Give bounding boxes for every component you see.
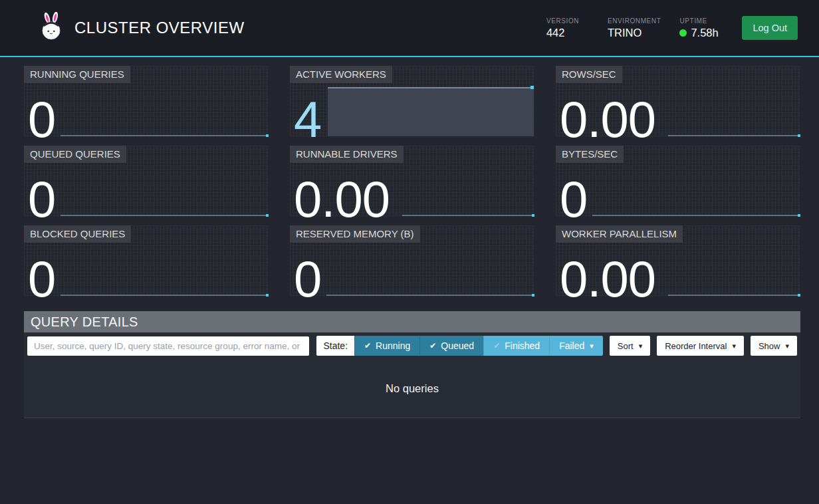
environment-info: ENVIRONMENT TRINO — [608, 17, 661, 39]
sparkline — [326, 295, 534, 296]
sparkline — [668, 135, 800, 136]
sparkline-dot-icon — [532, 294, 534, 297]
uptime-value-wrap: 7.58h — [679, 27, 722, 39]
metric-value: 0 — [560, 174, 587, 225]
filter-queued-button[interactable]: ✔ Queued — [419, 336, 483, 356]
sparkline-dot-icon — [266, 294, 269, 297]
environment-value: TRINO — [608, 27, 661, 39]
metric-value: 0.00 — [560, 254, 655, 305]
metric-value: 0 — [28, 94, 55, 145]
tile-reserved-memory: RESERVED MEMORY (B) 0 — [290, 225, 534, 297]
check-icon: ✔ — [429, 341, 436, 350]
metric-label: RUNNABLE DRIVERS — [290, 146, 404, 163]
uptime-status-dot-icon — [679, 29, 687, 37]
sparkline — [592, 215, 800, 216]
tile-runnable-drivers: RUNNABLE DRIVERS 0.00 — [290, 146, 534, 217]
reorder-interval-label: Reorder Interval — [665, 341, 727, 351]
sparkline-dot-icon — [266, 134, 269, 137]
header-meta: VERSION 442 ENVIRONMENT TRINO UPTIME 7.5… — [546, 17, 723, 39]
query-details-title: QUERY DETAILS — [24, 311, 800, 332]
sort-label: Sort — [618, 341, 634, 351]
sparkline-dot-icon — [532, 214, 534, 217]
version-info: VERSION 442 — [546, 17, 589, 39]
filter-running-label: Running — [376, 340, 410, 351]
filter-queued-label: Queued — [441, 340, 474, 351]
metric-label: WORKER PARALLELISM — [556, 225, 683, 243]
metric-label: QUEUED QUERIES — [24, 146, 126, 163]
bunny-logo-svg — [39, 12, 64, 41]
version-value: 442 — [546, 27, 589, 39]
metric-value: 0.00 — [294, 174, 390, 225]
logout-button[interactable]: Log Out — [742, 16, 798, 40]
filter-failed-label: Failed — [559, 340, 584, 351]
metric-value: 0.00 — [560, 94, 655, 145]
filter-failed-dropdown-button[interactable]: Failed ▾ — [549, 336, 603, 356]
sparkline-dot-icon — [530, 86, 534, 89]
metric-label: BLOCKED QUERIES — [24, 225, 131, 243]
metric-label: ACTIVE WORKERS — [290, 66, 392, 83]
environment-label: ENVIRONMENT — [608, 17, 661, 25]
filter-finished-label: Finished — [505, 340, 540, 351]
metric-label: BYTES/SEC — [556, 146, 624, 163]
metric-label: ROWS/SEC — [556, 66, 622, 83]
caret-down-icon: ▾ — [590, 342, 594, 350]
caret-down-icon: ▾ — [732, 342, 736, 350]
caret-down-icon: ▾ — [785, 342, 789, 350]
filter-finished-button[interactable]: ✔ Finished — [483, 336, 549, 356]
filter-running-button[interactable]: ✔ Running — [354, 336, 419, 356]
sparkline-dot-icon — [798, 294, 800, 297]
sparkline — [60, 295, 268, 296]
metric-value: 0 — [294, 254, 321, 305]
sparkline-dot-icon — [266, 214, 269, 217]
metrics-grid: RUNNING QUERIES 0 ACTIVE WORKERS 4 ROWS/… — [24, 66, 800, 297]
page-title: CLUSTER OVERVIEW — [74, 19, 245, 37]
tile-running-queries: RUNNING QUERIES 0 — [24, 66, 269, 137]
state-filter-label: State: — [316, 336, 354, 356]
sort-dropdown-button[interactable]: Sort ▾ — [610, 336, 650, 356]
query-toolbar: State: ✔ Running ✔ Queued ✔ Finished Fai… — [24, 332, 800, 359]
query-details-body: State: ✔ Running ✔ Queued ✔ Finished Fai… — [24, 332, 800, 418]
tile-queued-queries: QUEUED QUERIES 0 — [24, 146, 269, 217]
tile-bytes-per-sec: BYTES/SEC 0 — [556, 146, 800, 217]
uptime-value: 7.58h — [691, 27, 718, 39]
sparkline — [60, 135, 268, 136]
reorder-interval-dropdown-button[interactable]: Reorder Interval ▾ — [657, 336, 744, 356]
bunny-astronaut-logo-icon[interactable] — [39, 12, 64, 44]
query-details-panel: QUERY DETAILS State: ✔ Running ✔ Queued … — [24, 311, 800, 418]
sparkline — [60, 215, 268, 216]
tile-blocked-queries: BLOCKED QUERIES 0 — [24, 225, 269, 297]
show-label: Show — [759, 341, 780, 351]
sparkline — [668, 295, 800, 296]
sparkline-dot-icon — [798, 214, 800, 217]
metric-value: 0 — [28, 254, 55, 305]
metric-value: 0 — [28, 174, 55, 225]
uptime-label: UPTIME — [679, 17, 722, 25]
metric-label: RUNNING QUERIES — [24, 66, 130, 83]
check-icon: ✔ — [493, 341, 500, 350]
metric-label: RESERVED MEMORY (B) — [290, 225, 420, 243]
state-filter-group: State: ✔ Running ✔ Queued ✔ Finished Fai… — [316, 336, 602, 356]
tile-rows-per-sec: ROWS/SEC 0.00 — [556, 66, 800, 137]
query-search-input[interactable] — [27, 336, 309, 356]
sparkline — [402, 215, 534, 216]
app-header: CLUSTER OVERVIEW VERSION 442 ENVIRONMENT… — [0, 0, 819, 57]
empty-queries-message: No queries — [24, 359, 800, 418]
metric-value: 4 — [294, 94, 321, 145]
tile-worker-parallelism: WORKER PARALLELISM 0.00 — [556, 225, 800, 297]
tile-active-workers: ACTIVE WORKERS 4 — [290, 66, 534, 137]
sparkline-dot-icon — [798, 134, 800, 137]
show-dropdown-button[interactable]: Show ▾ — [751, 336, 797, 356]
sparkline-area — [328, 87, 534, 136]
caret-down-icon: ▾ — [639, 342, 643, 350]
uptime-info: UPTIME 7.58h — [679, 17, 722, 39]
check-icon: ✔ — [364, 341, 371, 350]
version-label: VERSION — [546, 17, 589, 25]
